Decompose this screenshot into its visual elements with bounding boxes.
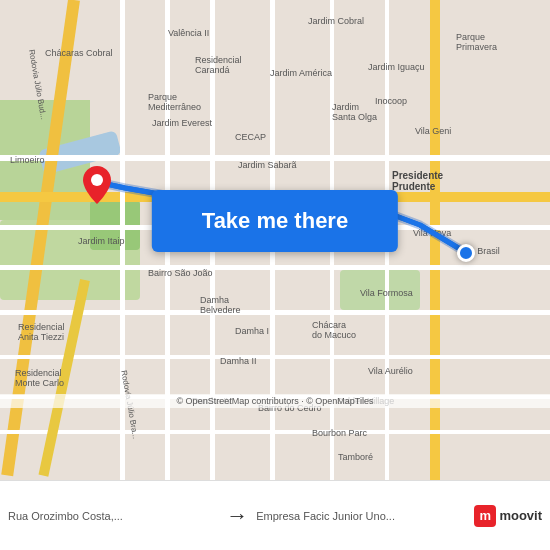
bottom-bar: Rua Orozimbo Costa,... → Empresa Facic J… xyxy=(0,480,550,550)
origin-marker xyxy=(457,244,475,262)
moovit-branding: m moovit xyxy=(474,505,542,527)
road-h1 xyxy=(0,155,550,161)
route-to-label: Empresa Facic Junior Uno... xyxy=(256,510,466,522)
map-container: Valência II Chácaras Cobral ResidencialC… xyxy=(0,0,550,480)
map-attribution: © OpenStreetMap contributors · © OpenMap… xyxy=(0,394,550,408)
route-to: Empresa Facic Junior Uno... xyxy=(256,510,466,522)
road-h3 xyxy=(0,265,550,270)
svg-point-0 xyxy=(91,174,103,186)
road-h7 xyxy=(0,430,550,434)
road-v1 xyxy=(120,0,125,480)
road-h5 xyxy=(0,355,550,359)
moovit-logo-icon: m xyxy=(474,505,496,527)
route-arrow-icon: → xyxy=(226,503,248,529)
park-area-5 xyxy=(340,270,420,310)
take-me-there-button[interactable]: Take me there xyxy=(152,190,398,252)
moovit-logo-text: moovit xyxy=(499,508,542,523)
destination-marker xyxy=(83,166,111,202)
route-from: Rua Orozimbo Costa,... xyxy=(8,510,218,522)
route-from-label: Rua Orozimbo Costa,... xyxy=(8,510,218,522)
road-vertical-right xyxy=(430,0,440,480)
